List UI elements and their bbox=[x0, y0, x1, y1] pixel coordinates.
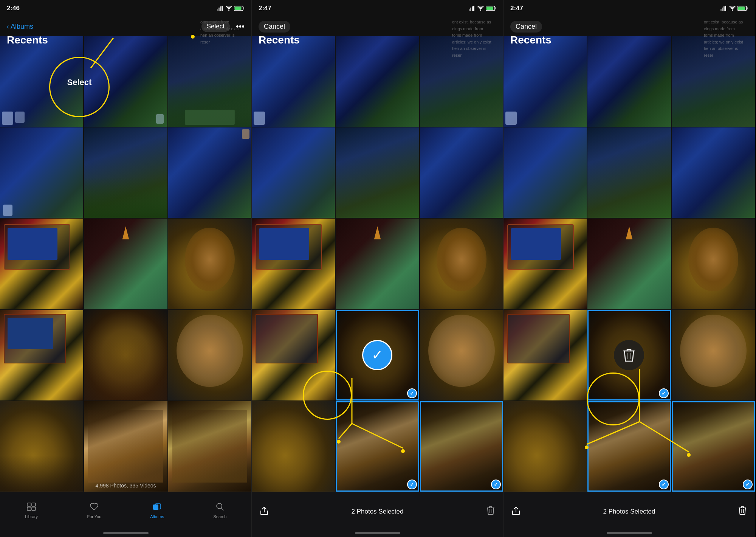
share-action-3[interactable] bbox=[511, 505, 521, 518]
status-icons-2 bbox=[469, 6, 496, 11]
photo-cell-3[interactable] bbox=[0, 127, 83, 218]
search-icon bbox=[216, 503, 224, 513]
tab-for-you[interactable]: For You bbox=[63, 503, 125, 519]
svg-rect-3 bbox=[222, 6, 223, 11]
photo-grid-1 bbox=[0, 36, 251, 492]
photo-cell-3-11[interactable] bbox=[672, 310, 755, 400]
cancel-button-2[interactable]: Cancel bbox=[259, 21, 290, 33]
time-3: 2:47 bbox=[510, 5, 523, 12]
photo-cell-2-3[interactable] bbox=[252, 127, 335, 218]
svg-rect-17 bbox=[469, 9, 470, 11]
photo-cell-2-0[interactable] bbox=[252, 36, 335, 127]
photo-cell-3-9[interactable] bbox=[503, 310, 587, 400]
time-2: 2:47 bbox=[259, 5, 271, 12]
check-annotation-circle bbox=[303, 371, 352, 420]
photo-cell-3-5[interactable] bbox=[672, 127, 755, 218]
photo-cell-2-14-selected[interactable] bbox=[420, 401, 503, 492]
photo-check-2-10 bbox=[407, 388, 417, 398]
time-1: 2:46 bbox=[7, 5, 20, 12]
cancel-button-3[interactable]: Cancel bbox=[510, 21, 542, 33]
photo-cell-11[interactable] bbox=[168, 310, 251, 400]
svg-point-15 bbox=[217, 503, 222, 509]
svg-rect-0 bbox=[217, 9, 218, 11]
photo-cell-5[interactable] bbox=[168, 127, 251, 218]
svg-rect-34 bbox=[722, 8, 723, 11]
photo-check-2-14 bbox=[491, 480, 501, 489]
wifi-icon bbox=[226, 6, 232, 11]
photo-check-3-14 bbox=[743, 480, 753, 489]
panel-3: ont exist. because aseings made fromtoms… bbox=[503, 0, 755, 537]
status-bar-1: 2:46 bbox=[0, 0, 251, 17]
panel-1: oms made fromarticles; we only existhen … bbox=[0, 0, 252, 537]
selection-count-3: 2 Photos Selected bbox=[603, 508, 655, 515]
photo-cell-14[interactable] bbox=[168, 401, 251, 492]
svg-rect-9 bbox=[27, 503, 31, 506]
share-action-2[interactable] bbox=[259, 505, 269, 518]
albums-icon bbox=[153, 503, 162, 513]
photo-cell-7[interactable] bbox=[84, 219, 167, 309]
photo-grid-2: ✓ bbox=[252, 36, 503, 492]
tab-albums[interactable]: Albums bbox=[126, 503, 189, 519]
library-icon bbox=[27, 503, 36, 513]
tabs-1: Library For You Albums bbox=[0, 492, 251, 526]
photo-cell-2-4[interactable] bbox=[336, 127, 419, 218]
photo-cell-3-3[interactable] bbox=[503, 127, 587, 218]
svg-rect-18 bbox=[470, 8, 471, 11]
photo-cell-12[interactable] bbox=[0, 401, 83, 492]
svg-rect-1 bbox=[218, 8, 220, 11]
nav-bar-3: Cancel bbox=[503, 17, 755, 36]
photo-cell-3-12[interactable] bbox=[503, 401, 587, 492]
selection-bar-2: 2 Photos Selected bbox=[252, 492, 503, 537]
tab-search[interactable]: Search bbox=[189, 503, 251, 519]
back-button-1[interactable]: ‹ Albums bbox=[7, 23, 33, 31]
photo-check-3-10 bbox=[659, 388, 669, 398]
tab-library[interactable]: Library bbox=[0, 503, 63, 519]
photo-cell-10[interactable] bbox=[84, 310, 167, 400]
trash-annotation-circle bbox=[587, 372, 640, 425]
select-dot bbox=[191, 35, 195, 39]
photo-cell-2-11[interactable] bbox=[420, 310, 503, 400]
status-bar-3: 2:47 bbox=[503, 0, 755, 17]
select-button-1[interactable]: Select bbox=[201, 21, 230, 32]
trash-action-3[interactable] bbox=[737, 505, 747, 518]
selection-actions-2: 2 Photos Selected bbox=[252, 492, 503, 526]
photo-check-2-13 bbox=[407, 480, 417, 489]
photo-cell-4[interactable] bbox=[84, 127, 167, 218]
check-circle-annotation: ✓ bbox=[362, 340, 392, 370]
photo-cell-6[interactable] bbox=[0, 219, 83, 309]
photo-cell-2-1[interactable] bbox=[336, 36, 419, 127]
photo-cell-13[interactable] bbox=[84, 401, 167, 492]
photo-cell-3-1[interactable] bbox=[587, 36, 671, 127]
photo-check-3-13 bbox=[659, 480, 669, 489]
photo-cell-3-6[interactable] bbox=[503, 219, 587, 309]
photo-cell-2[interactable] bbox=[168, 36, 251, 127]
recents-title-3: Recents bbox=[510, 34, 552, 46]
photo-cell-2-6[interactable] bbox=[252, 219, 335, 309]
photo-cell-3-8[interactable] bbox=[672, 219, 755, 309]
tab-bar-1: Library For You Albums bbox=[0, 492, 251, 537]
trash-action-2[interactable] bbox=[486, 505, 496, 518]
photo-cell-8[interactable] bbox=[168, 219, 251, 309]
photo-cell-2-5[interactable] bbox=[420, 127, 503, 218]
svg-rect-36 bbox=[725, 6, 726, 11]
svg-rect-2 bbox=[220, 6, 221, 11]
svg-rect-20 bbox=[473, 6, 474, 11]
photo-cell-2-7[interactable] bbox=[336, 219, 419, 309]
photo-cell-2-8[interactable] bbox=[420, 219, 503, 309]
photo-cell-3-0[interactable] bbox=[503, 36, 587, 127]
battery-icon-2 bbox=[486, 6, 496, 11]
svg-rect-10 bbox=[32, 503, 36, 506]
photo-cell-3-7[interactable] bbox=[587, 219, 671, 309]
svg-rect-11 bbox=[27, 507, 31, 511]
svg-point-21 bbox=[480, 9, 481, 11]
photo-cell-2-13-selected[interactable] bbox=[336, 401, 419, 492]
photo-cell-3-14-selected[interactable] bbox=[672, 401, 755, 492]
battery-icon-3 bbox=[737, 6, 748, 11]
back-label-1: Albums bbox=[11, 23, 33, 31]
more-button-1[interactable]: ••• bbox=[236, 22, 245, 31]
svg-rect-35 bbox=[723, 6, 725, 11]
photo-cell-9[interactable] bbox=[0, 310, 83, 400]
home-indicator-2 bbox=[252, 526, 503, 537]
selection-bar-3: 2 Photos Selected bbox=[503, 492, 755, 537]
photo-cell-3-4[interactable] bbox=[587, 127, 671, 218]
